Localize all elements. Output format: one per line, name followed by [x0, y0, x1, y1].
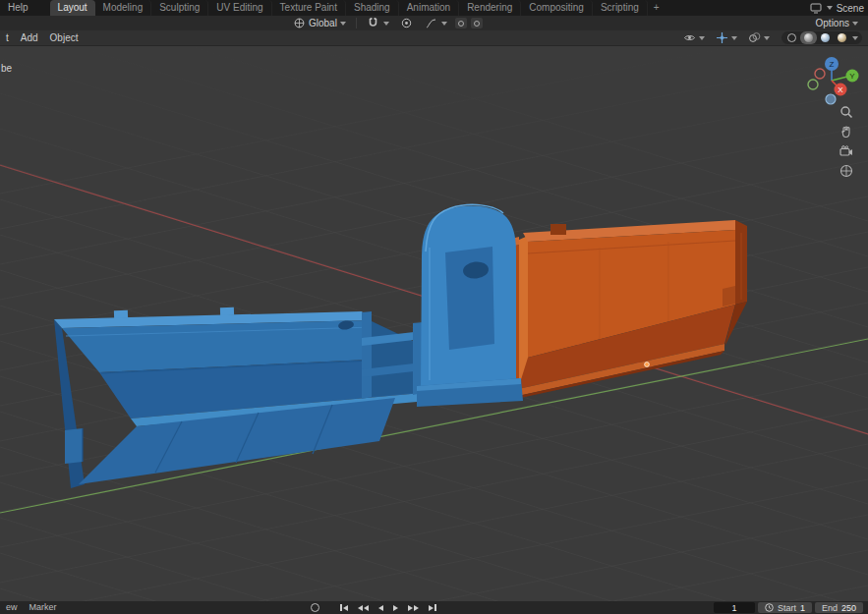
options-dropdown[interactable]: Options	[812, 17, 862, 29]
material-icon	[821, 33, 830, 42]
dot-icon	[458, 21, 464, 27]
chevron-down-icon	[441, 22, 447, 26]
tab-modeling[interactable]: Modeling	[95, 0, 152, 16]
topbar-tool-row: Global Options	[0, 16, 868, 30]
tab-scripting[interactable]: Scripting	[593, 0, 648, 16]
object-origin-dot	[645, 363, 650, 367]
object-types-icon	[682, 31, 696, 45]
clock-icon	[765, 603, 774, 612]
shading-mode-group	[781, 31, 862, 44]
axis-y-label: Y	[849, 72, 855, 81]
falloff-icon	[425, 17, 438, 30]
jump-to-end-button[interactable]	[426, 603, 439, 612]
hand-icon[interactable]	[839, 125, 853, 139]
tab-compositing[interactable]: Compositing	[521, 0, 593, 16]
scene-dropdown-caret[interactable]	[827, 6, 833, 10]
snap-toggle-a[interactable]	[455, 18, 467, 28]
snap-toggle-b[interactable]	[471, 18, 483, 28]
gizmos-toggle-dropdown[interactable]	[711, 30, 741, 46]
auto-key-icon[interactable]	[311, 603, 319, 612]
overlays-toggle-dropdown[interactable]	[743, 30, 774, 46]
current-frame-field[interactable]: 1	[714, 602, 755, 613]
chevron-down-icon	[699, 36, 705, 40]
tab-rendering[interactable]: Rendering	[459, 0, 521, 16]
viewport-scene	[0, 46, 868, 601]
axis-neg-z-ball[interactable]	[826, 94, 836, 104]
viewport-nav-controls	[839, 105, 853, 178]
tab-shading[interactable]: Shading	[346, 0, 399, 16]
start-value: 1	[800, 603, 805, 613]
shading-rendered-button[interactable]	[834, 31, 850, 44]
end-label: End	[822, 603, 838, 613]
menu-partial-select[interactable]: t	[0, 30, 15, 46]
chevron-down-icon[interactable]	[852, 36, 858, 40]
object-menu[interactable]: Object	[44, 30, 85, 46]
wireframe-icon	[787, 33, 796, 42]
camera-icon[interactable]	[839, 144, 853, 158]
axis-neg-x-ball[interactable]	[815, 69, 825, 79]
overlays-icon	[747, 31, 761, 45]
snap-dropdown[interactable]	[363, 16, 393, 31]
help-menu[interactable]: Help	[0, 0, 36, 16]
start-label: Start	[778, 603, 796, 613]
scene-icon	[809, 1, 823, 15]
divider	[356, 18, 357, 28]
end-frame-field[interactable]: End 250	[815, 602, 863, 613]
shading-wireframe-button[interactable]	[783, 31, 800, 44]
jump-to-start-button[interactable]	[337, 603, 351, 612]
next-keyframe-button[interactable]	[405, 604, 422, 612]
tab-animation[interactable]: Animation	[399, 0, 459, 16]
add-menu[interactable]: Add	[15, 30, 44, 46]
prev-keyframe-button[interactable]	[355, 604, 372, 612]
object-types-visibility-dropdown[interactable]	[678, 30, 709, 46]
grid-fade	[0, 46, 868, 194]
orientation-value: Global	[309, 18, 337, 28]
axis-neg-y-ball[interactable]	[808, 80, 818, 89]
chevron-down-icon	[340, 22, 346, 26]
viewport-header: t Add Object	[0, 30, 868, 46]
play-reverse-button[interactable]	[376, 604, 386, 612]
proportional-editing-toggle[interactable]	[396, 16, 418, 31]
topbar: Help Layout Modeling Sculpting UV Editin…	[0, 0, 868, 16]
workspace-tabs: Layout Modeling Sculpting UV Editing Tex…	[50, 0, 665, 16]
menu-partial-view[interactable]: ew	[0, 601, 24, 614]
dot-icon	[474, 21, 480, 27]
zoom-icon[interactable]	[839, 105, 853, 119]
viewport-corner-text: be	[1, 63, 12, 74]
3d-viewport[interactable]: be Z Y X	[0, 46, 868, 601]
proportional-falloff-dropdown[interactable]	[421, 16, 451, 31]
chevron-down-icon	[852, 22, 858, 26]
axis-gizmo[interactable]: Z Y X	[805, 52, 860, 107]
tab-layout[interactable]: Layout	[50, 0, 95, 16]
shading-material-button[interactable]	[817, 31, 834, 44]
end-value: 250	[841, 603, 856, 613]
rendered-icon	[838, 33, 846, 42]
chevron-down-icon	[731, 36, 737, 40]
scene-label[interactable]: Scene	[837, 3, 864, 14]
solid-icon	[804, 33, 813, 42]
tab-sculpting[interactable]: Sculpting	[151, 0, 208, 16]
axis-z-label: Z	[830, 60, 835, 69]
shading-solid-button[interactable]	[800, 31, 817, 44]
timeline-bar: ew Marker 1 Start 1 End 250	[0, 601, 868, 614]
tab-uv-editing[interactable]: UV Editing	[208, 0, 271, 16]
grid-icon[interactable]	[839, 164, 853, 178]
axis-x-label: X	[838, 85, 843, 94]
transform-orientation-dropdown[interactable]: Global	[288, 16, 350, 31]
chevron-down-icon	[764, 36, 770, 40]
start-frame-field[interactable]: Start 1	[758, 602, 812, 613]
magnet-icon	[367, 17, 380, 30]
tab-texture-paint[interactable]: Texture Paint	[272, 0, 346, 16]
proportional-icon	[400, 17, 414, 30]
orientation-icon	[292, 17, 306, 30]
current-frame-value: 1	[731, 603, 736, 613]
play-button[interactable]	[390, 604, 401, 612]
gizmos-icon	[715, 31, 728, 45]
marker-menu[interactable]: Marker	[24, 601, 63, 614]
options-label: Options	[816, 18, 849, 28]
new-workspace-button[interactable]: +	[648, 0, 665, 16]
chevron-down-icon	[383, 22, 389, 26]
